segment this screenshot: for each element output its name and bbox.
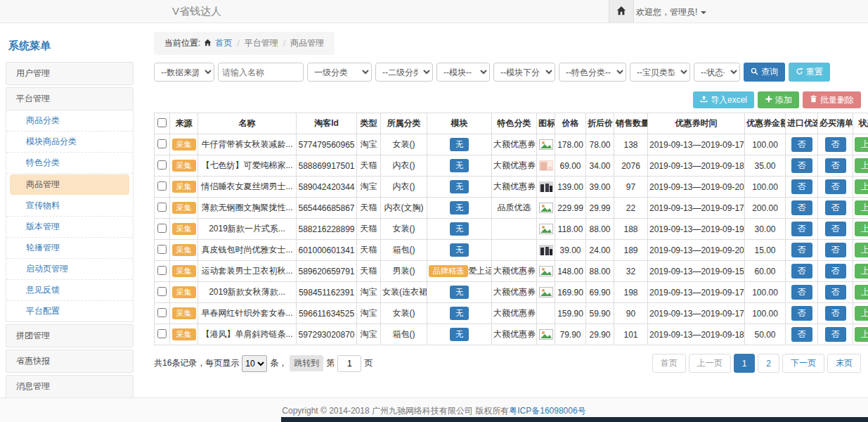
- status-badge[interactable]: 上架: [855, 137, 868, 152]
- sidebar-item[interactable]: 启动页管理: [6, 259, 133, 280]
- must-buy-toggle[interactable]: 否: [825, 264, 846, 279]
- row-checkbox[interactable]: [157, 329, 167, 338]
- sidebar-item[interactable]: 意见反馈: [6, 280, 133, 301]
- sidebar-item[interactable]: 平台配置: [6, 301, 133, 321]
- coupon-time-cell: 2019-09-13—2019-09-17: [648, 134, 745, 155]
- row-checkbox[interactable]: [157, 139, 167, 148]
- row-checkbox[interactable]: [157, 245, 167, 254]
- import-excel-button[interactable]: 导入excel: [693, 91, 754, 108]
- import-select-cell: 否: [786, 134, 818, 155]
- sidebar-item[interactable]: 特色分类: [6, 153, 133, 174]
- category-cell: 女装(连衣裙): [381, 282, 427, 303]
- page-button-2[interactable]: 2: [758, 354, 779, 373]
- row-checkbox[interactable]: [157, 224, 167, 233]
- import-select-toggle[interactable]: 否: [791, 137, 812, 152]
- user-menu[interactable]: 欢迎您，管理员!: [636, 6, 706, 18]
- icon-cell: [537, 155, 555, 177]
- status-badge[interactable]: 上架: [855, 158, 868, 173]
- query-button[interactable]: 查询: [744, 63, 785, 82]
- sidebar-item[interactable]: 宣传物料: [6, 196, 133, 217]
- sidebar-item[interactable]: 商品管理: [10, 174, 129, 195]
- feature-category-select[interactable]: --特色分类--: [559, 63, 626, 82]
- status-badge[interactable]: 上架: [855, 327, 868, 342]
- column-header: 名称: [198, 113, 297, 134]
- import-select-cell: 否: [786, 155, 818, 177]
- row-checkbox[interactable]: [157, 308, 167, 317]
- import-select-toggle[interactable]: 否: [791, 158, 812, 173]
- icp-link[interactable]: 粤ICP备16098006号: [509, 406, 585, 416]
- row-checkbox[interactable]: [157, 160, 167, 170]
- status-badge[interactable]: 上架: [855, 264, 868, 279]
- import-select-toggle[interactable]: 否: [791, 285, 812, 300]
- import-select-toggle[interactable]: 否: [791, 327, 812, 342]
- status-badge[interactable]: 上架: [855, 179, 868, 194]
- page-button-首页[interactable]: 首页: [652, 354, 686, 373]
- reset-button[interactable]: 重置: [789, 63, 830, 82]
- must-buy-toggle[interactable]: 否: [825, 179, 846, 194]
- source-badge: 采集: [172, 265, 196, 277]
- row-checkbox[interactable]: [157, 181, 167, 191]
- must-buy-toggle[interactable]: 否: [825, 243, 846, 257]
- row-checkbox[interactable]: [157, 266, 167, 275]
- category-cell: 内衣(): [381, 177, 427, 198]
- module-badge: 无: [450, 307, 469, 320]
- sidebar-section[interactable]: 消息管理: [6, 375, 134, 398]
- page-jump-input[interactable]: [337, 355, 361, 372]
- status-badge[interactable]: 上架: [855, 222, 868, 236]
- import-select-toggle[interactable]: 否: [791, 243, 812, 257]
- page-button-上一页[interactable]: 上一页: [689, 354, 731, 373]
- must-buy-toggle[interactable]: 否: [825, 200, 846, 215]
- must-buy-toggle[interactable]: 否: [825, 158, 846, 173]
- must-buy-toggle[interactable]: 否: [825, 306, 846, 321]
- discount-price-cell: 39.00: [586, 177, 614, 198]
- page-button-下一页[interactable]: 下一页: [782, 354, 824, 373]
- sidebar-section[interactable]: 省惠快报: [6, 350, 134, 373]
- row-checkbox[interactable]: [157, 203, 167, 212]
- price-cell: 39.00: [555, 240, 586, 261]
- source-cell: 采集: [170, 134, 198, 155]
- sidebar-item[interactable]: 模块商品分类: [6, 132, 133, 153]
- import-select-toggle[interactable]: 否: [791, 179, 812, 194]
- item-type-select[interactable]: --宝贝类型--: [630, 63, 690, 82]
- sidebar-section[interactable]: 拼团管理: [6, 324, 134, 347]
- must-buy-toggle[interactable]: 否: [825, 137, 846, 152]
- must-buy-toggle[interactable]: 否: [825, 327, 846, 342]
- batch-delete-button[interactable]: 批量删除: [803, 91, 861, 108]
- row-checkbox[interactable]: [157, 287, 167, 296]
- must-buy-toggle[interactable]: 否: [825, 285, 846, 300]
- column-header: 类型: [357, 113, 381, 134]
- data-source-select[interactable]: --数据来源--: [154, 63, 214, 82]
- sidebar-item[interactable]: 版本管理: [6, 217, 133, 238]
- import-select-toggle[interactable]: 否: [791, 222, 812, 236]
- import-select-toggle[interactable]: 否: [791, 264, 812, 279]
- home-button[interactable]: [609, 0, 634, 23]
- module-select[interactable]: --模块--: [436, 63, 490, 82]
- per-page-select[interactable]: 10: [242, 355, 267, 372]
- page-button-末页[interactable]: 末页: [827, 354, 861, 373]
- import-select-toggle[interactable]: 否: [791, 200, 812, 215]
- select-all-checkbox[interactable]: [157, 118, 167, 127]
- must-buy-toggle[interactable]: 否: [825, 222, 846, 236]
- status-badge[interactable]: 上架: [855, 200, 868, 215]
- type-cell: 淘宝: [357, 303, 381, 324]
- page-button-1[interactable]: 1: [734, 354, 756, 373]
- status-badge[interactable]: 上架: [855, 306, 868, 321]
- level2-category-select[interactable]: --二级分类--: [375, 63, 433, 82]
- status-cell: 上架: [853, 261, 868, 282]
- level1-category-select[interactable]: 一级分类: [307, 63, 372, 82]
- sidebar-item[interactable]: 商品分类: [6, 110, 133, 132]
- sidebar-item[interactable]: 轮播管理: [6, 238, 133, 259]
- sidebar-section-platform[interactable]: 平台管理: [6, 87, 134, 110]
- sales-count-cell: 101: [614, 324, 648, 345]
- name-search-input[interactable]: [218, 63, 304, 82]
- status-badge[interactable]: 上架: [855, 285, 868, 300]
- status-badge[interactable]: 上架: [855, 243, 868, 257]
- add-button[interactable]: 添加: [758, 91, 799, 108]
- module-subcategory-select[interactable]: --模块下分类--: [493, 63, 555, 82]
- breadcrumb-home-link[interactable]: 首页: [215, 37, 232, 49]
- status-select[interactable]: --状态--: [694, 63, 740, 82]
- search-icon: [751, 68, 758, 77]
- sidebar-section-users[interactable]: 用户管理: [6, 62, 134, 85]
- import-select-toggle[interactable]: 否: [791, 306, 812, 321]
- source-badge: 采集: [172, 223, 196, 235]
